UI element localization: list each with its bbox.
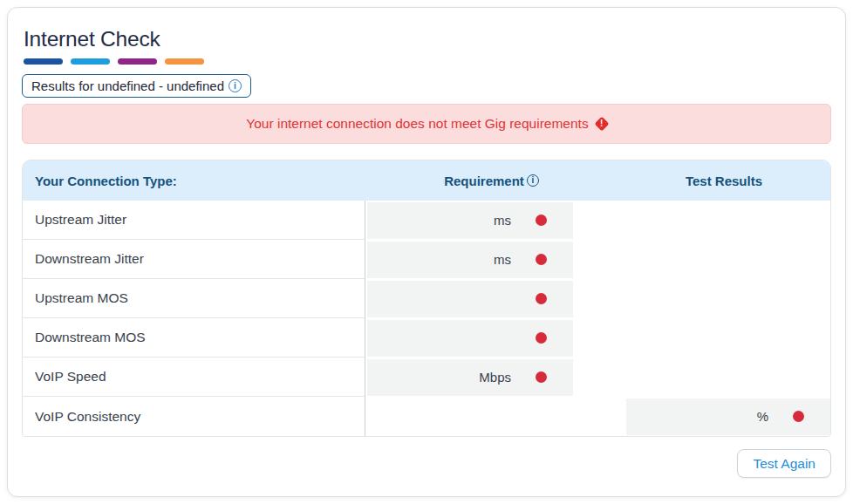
alert-exclamation-diamond-icon: ! <box>594 117 609 132</box>
row-label: Upstream Jitter <box>23 201 365 240</box>
requirement-header-label: Requirement <box>444 174 524 188</box>
brand-dash <box>165 58 204 65</box>
table-row: VoIP Speed Mbps <box>23 358 830 397</box>
status-fail-dot <box>536 332 547 344</box>
status-fail-dot <box>536 293 547 304</box>
footer-actions: Test Again <box>22 449 831 478</box>
alert-message: Your internet connection does not meet G… <box>246 116 588 132</box>
results-summary-pill: Results for undefined - undefined i <box>22 74 251 98</box>
requirement-cell <box>367 320 573 357</box>
table-row: Downstream MOS <box>23 318 830 358</box>
results-summary-label: Results for undefined - undefined <box>31 78 224 93</box>
internet-check-card: Internet Check Results for undefined - u… <box>7 7 846 497</box>
row-label: Upstream MOS <box>23 279 365 318</box>
column-header-connection-type: Your Connection Type: <box>23 174 365 188</box>
info-icon[interactable]: i <box>527 174 539 187</box>
brand-dash <box>24 58 63 65</box>
status-fail-dot <box>536 371 547 383</box>
table-body: Upstream Jitter ms Downstream Jitter ms … <box>23 201 830 436</box>
requirement-unit: ms <box>494 252 511 267</box>
alert-banner: Your internet connection does not meet G… <box>22 104 831 144</box>
requirement-cell <box>367 281 573 317</box>
test-again-button[interactable]: Test Again <box>737 449 831 478</box>
column-header-requirement: Requirement i <box>444 174 539 188</box>
requirement-unit: Mbps <box>479 370 511 385</box>
table-row: Upstream MOS <box>23 279 830 318</box>
table-header-row: Your Connection Type: Requirement i Test… <box>23 160 830 201</box>
result-unit: % <box>757 409 768 424</box>
row-label: VoIP Consistency <box>23 397 365 436</box>
brand-dash <box>118 58 157 65</box>
results-table: Your Connection Type: Requirement i Test… <box>22 160 831 437</box>
brand-dash <box>71 58 110 65</box>
status-fail-dot <box>536 215 547 226</box>
requirement-cell: ms <box>367 242 573 278</box>
status-fail-dot <box>536 254 547 265</box>
requirement-cell: Mbps <box>367 359 573 396</box>
info-icon[interactable]: i <box>229 79 242 92</box>
table-row: Upstream Jitter ms <box>23 201 830 240</box>
table-row: Downstream Jitter ms <box>23 240 830 279</box>
row-label: Downstream MOS <box>23 318 365 358</box>
requirement-cell: ms <box>367 202 573 239</box>
brand-progress-dashes <box>24 58 831 65</box>
table-row: VoIP Consistency % <box>23 397 830 436</box>
requirement-unit: ms <box>494 213 511 228</box>
row-label: Downstream Jitter <box>23 240 365 279</box>
page-title: Internet Check <box>24 28 831 51</box>
column-header-test-results: Test Results <box>686 174 762 188</box>
row-label: VoIP Speed <box>23 358 365 397</box>
test-result-cell: % <box>626 398 830 435</box>
status-fail-dot <box>793 411 804 422</box>
